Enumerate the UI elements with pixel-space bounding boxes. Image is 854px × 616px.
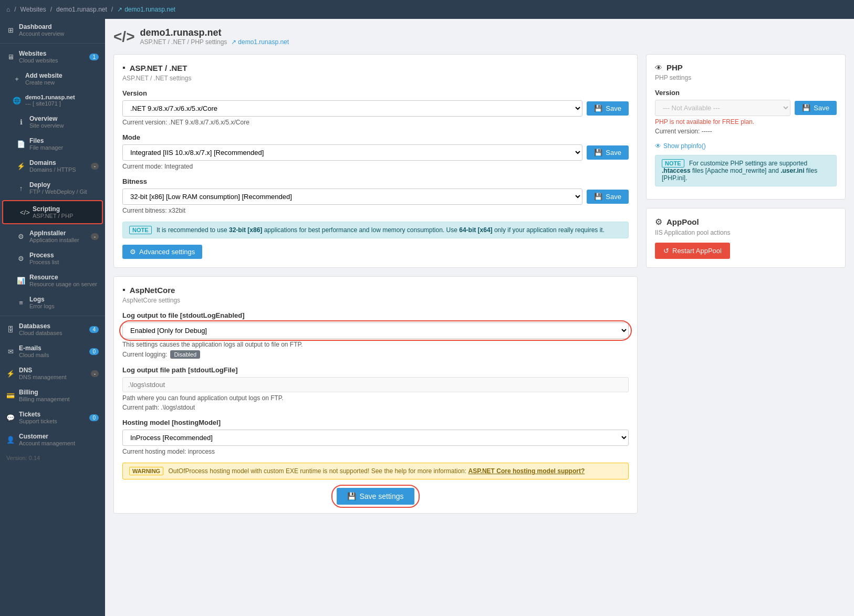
left-column: ▪ ASP.NET / .NET ASP.NET / .NET settings… <box>113 54 638 522</box>
sidebar-item-domains[interactable]: ⚡ Domains Domains / HTTPS - <box>0 155 105 177</box>
sidebar-version: Version: 0.14 <box>0 451 105 465</box>
websites-icon: 🖥 <box>6 53 15 61</box>
files-icon: 📄 <box>17 140 25 148</box>
home-icon[interactable]: ⌂ <box>6 6 10 13</box>
page-ext-link[interactable]: ↗ demo1.runasp.net <box>231 38 289 46</box>
websites-badge: 1 <box>89 54 99 60</box>
log-path-input[interactable] <box>122 377 629 392</box>
sidebar-item-billing[interactable]: 💳 Billing Billing management <box>0 384 105 406</box>
note-label: NOTE <box>129 226 152 234</box>
save-settings-wrapper: 💾 Save settings <box>122 488 629 505</box>
php-icon: 👁 <box>655 64 662 72</box>
sidebar-item-add-website[interactable]: + Add website Create new <box>0 68 105 90</box>
dns-badge: - <box>91 370 99 377</box>
scripting-icon: </> <box>20 208 28 216</box>
version-label: Version <box>122 89 629 97</box>
mode-label: Mode <box>122 133 629 141</box>
sidebar-item-appinstaller[interactable]: ⚙ AppInstaller Application installer - <box>0 225 105 247</box>
bitness-select[interactable]: 32-bit [x86] [Low RAM consumption] [Reco… <box>122 189 582 205</box>
mode-current: Current mode: Integrated <box>122 163 629 170</box>
logging-status-badge: Disabled <box>170 350 200 359</box>
php-note-label: NOTE <box>662 159 684 168</box>
bitness-select-row: 32-bit [x86] [Low RAM consumption] [Reco… <box>122 189 629 205</box>
page-header: </> demo1.runasp.net ASP.NET / .NET / PH… <box>113 27 846 46</box>
php-version-label: Version <box>655 89 837 97</box>
save-version-button[interactable]: 💾 Save <box>587 101 629 116</box>
log-output-label: Log output to file [stdoutLogEnabled] <box>122 311 629 319</box>
warning-link[interactable]: ASP.NET Core hosting model support? <box>468 467 585 475</box>
link-icon: ↗ <box>117 6 122 13</box>
log-output-select[interactable]: Enabled [Only for Debug]Disabled <box>122 322 629 339</box>
breadcrumb-site: demo1.runasp.net <box>56 6 107 13</box>
php-save-button[interactable]: 💾 Save <box>795 101 837 115</box>
sidebar-item-emails[interactable]: ✉ E-mails Cloud mails 0 <box>0 340 105 362</box>
sidebar-item-overview[interactable]: ℹ Overview Site overview <box>0 111 105 133</box>
deploy-icon: ↑ <box>17 184 25 192</box>
main-content: </> demo1.runasp.net ASP.NET / .NET / PH… <box>105 19 854 616</box>
php-version-select[interactable]: --- Not Available --- <box>655 100 790 116</box>
php-save-icon: 💾 <box>802 104 810 112</box>
sidebar-item-dns[interactable]: ⚡ DNS DNS management - <box>0 362 105 384</box>
billing-icon: 💳 <box>6 392 15 400</box>
sidebar-item-deploy[interactable]: ↑ Deploy FTP / WebDeploy / Git <box>0 177 105 199</box>
sidebar-item-websites[interactable]: 🖥 Websites Cloud websites 1 <box>0 46 105 68</box>
sidebar-item-logs[interactable]: ≡ Logs Error logs <box>0 291 105 314</box>
content-grid: ▪ ASP.NET / .NET ASP.NET / .NET settings… <box>113 54 846 522</box>
php-unavailable-text: PHP is not available for FREE plan. <box>655 118 837 126</box>
sidebar-item-resource[interactable]: 📊 Resource Resource usage on server <box>0 269 105 291</box>
sidebar-item-site[interactable]: 🌐 demo1.runasp.net --- [ site1071 ] <box>0 90 105 111</box>
dashboard-icon: ⊞ <box>6 26 15 34</box>
page-title: demo1.runasp.net <box>140 27 289 38</box>
aspnet-note-box: NOTE It is recommended to use 32-bit [x8… <box>122 222 629 238</box>
hosting-label: Hosting model [hostingModel] <box>122 419 629 426</box>
save-mode-button[interactable]: 💾 Save <box>587 145 629 160</box>
sidebar-item-files[interactable]: 📄 Files File manager <box>0 133 105 155</box>
version-group: Version .NET 9.x/8.x/7.x/6.x/5.x/Core.NE… <box>122 89 629 126</box>
sidebar-item-process[interactable]: ⚙ Process Process list <box>0 247 105 269</box>
add-icon: + <box>13 75 21 83</box>
mode-select[interactable]: Integrated [IIS 10.x/8.x/7.x] [Recommend… <box>122 144 582 161</box>
hosting-current: Current hosting model: inprocess <box>122 448 629 455</box>
tickets-badge: 0 <box>89 414 99 421</box>
save-settings-icon: 💾 <box>347 492 356 500</box>
topbar: ⌂ / Websites / demo1.runasp.net / ↗ demo… <box>0 0 854 19</box>
restart-icon: ↺ <box>663 247 669 255</box>
aspnetcore-card: ▪ AspNetCore AspNetCore settings Log out… <box>113 276 638 514</box>
breadcrumb-websites[interactable]: Websites <box>20 6 46 13</box>
databases-icon: 🗄 <box>6 326 15 333</box>
appinstaller-badge: - <box>91 233 99 240</box>
bitness-current: Current bitness: x32bit <box>122 207 629 214</box>
breadcrumb-site-link[interactable]: ↗ demo1.runasp.net <box>117 6 175 13</box>
version-current: Current version: .NET 9.x/8.x/7.x/6.x/5.… <box>122 119 629 126</box>
version-select[interactable]: .NET 9.x/8.x/7.x/6.x/5.x/Core.NET Framew… <box>122 100 582 117</box>
show-phpinfo-link[interactable]: 👁 Show phpinfo() <box>655 142 837 150</box>
sidebar-item-scripting[interactable]: </> Scripting ASP.NET / PHP <box>2 200 103 224</box>
php-version-row: --- Not Available --- 💾 Save <box>655 100 837 116</box>
save-bitness-button[interactable]: 💾 Save <box>587 190 629 204</box>
sidebar-item-dashboard[interactable]: ⊞ Dashboard Account overview <box>0 19 105 41</box>
save-icon: 💾 <box>594 105 602 112</box>
sidebar-item-tickets[interactable]: 💬 Tickets Support tickets 0 <box>0 406 105 429</box>
logs-icon: ≡ <box>17 299 25 307</box>
dns-icon: ⚡ <box>6 370 15 378</box>
mode-select-row: Integrated [IIS 10.x/8.x/7.x] [Recommend… <box>122 144 629 161</box>
log-output-group: Log output to file [stdoutLogEnabled] En… <box>122 311 629 359</box>
sidebar-item-customer[interactable]: 👤 Customer Account management <box>0 429 105 451</box>
topbar-sep3: / <box>111 6 113 13</box>
databases-badge: 4 <box>89 326 99 333</box>
log-path-group: Log output file path [stdoutLogFile] Pat… <box>122 366 629 411</box>
globe-icon: 🌐 <box>13 97 21 105</box>
hosting-group: Hosting model [hostingModel] InProcess [… <box>122 419 629 455</box>
restart-apppool-button[interactable]: ↺ Restart AppPool <box>655 243 730 259</box>
sidebar: ⊞ Dashboard Account overview 🖥 Websites … <box>0 19 105 616</box>
tickets-icon: 💬 <box>6 414 15 422</box>
right-column: 👁 PHP PHP settings Version --- Not Avail… <box>646 54 846 522</box>
advanced-settings-button[interactable]: ⚙ Advanced settings <box>122 245 202 259</box>
php-note-box: NOTE For customize PHP settings are supp… <box>655 155 837 186</box>
emails-icon: ✉ <box>6 348 15 356</box>
hosting-select[interactable]: InProcess [Recommended]OutOfProcess <box>122 430 629 446</box>
save-settings-button[interactable]: 💾 Save settings <box>337 488 414 505</box>
appinstaller-icon: ⚙ <box>17 233 25 241</box>
phpinfo-eye-icon: 👁 <box>655 142 661 150</box>
sidebar-item-databases[interactable]: 🗄 Databases Cloud databases 4 <box>0 318 105 340</box>
